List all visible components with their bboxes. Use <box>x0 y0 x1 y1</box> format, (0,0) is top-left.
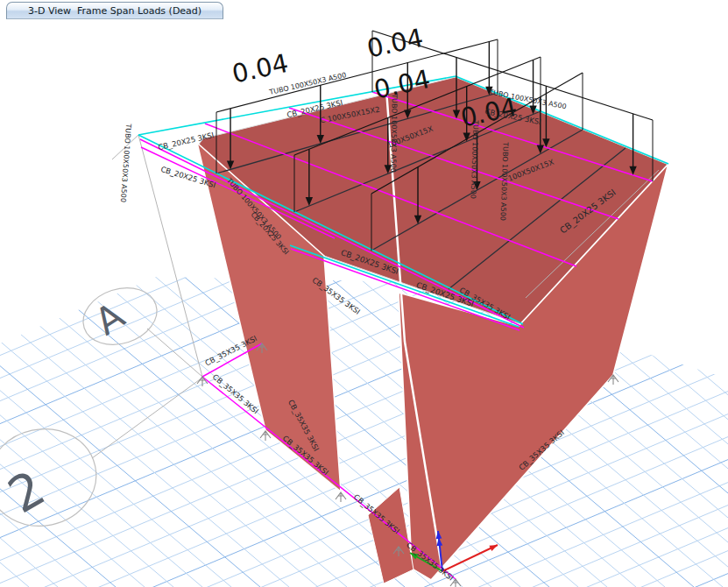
support-symbol[interactable] <box>197 377 208 386</box>
frame-wireframe[interactable] <box>147 329 202 377</box>
grid-line <box>0 457 728 587</box>
shell-walls[interactable] <box>197 77 668 583</box>
load-value-label: 0.04 <box>364 23 426 64</box>
grid-line <box>0 366 728 587</box>
frame-wireframe[interactable] <box>92 378 202 458</box>
support-symbol[interactable] <box>336 492 346 502</box>
grid-line <box>0 571 728 587</box>
axis-x-head <box>489 545 498 551</box>
bubble-letter: A <box>88 294 132 343</box>
support-symbol[interactable] <box>450 579 461 587</box>
view-tab[interactable]: 3-D View Frame Span Loads (Dead) <box>6 2 223 19</box>
frame-section-label: TUBO 100X50X3 A500 <box>389 93 399 173</box>
grid-line <box>701 175 728 587</box>
grid-line <box>0 480 728 587</box>
grid-line <box>0 435 728 587</box>
viewport-3d[interactable]: A2B0.040.040.040.04TUBO 100X50X3 A500CB_… <box>0 0 728 587</box>
grid-line <box>0 175 128 587</box>
grid-line <box>0 343 728 587</box>
frame-section-label: TUBO 100X50X3 A500 <box>119 123 132 202</box>
grid-line <box>0 503 728 587</box>
grid-line <box>0 526 728 587</box>
grid-bubble-A: A <box>76 279 165 354</box>
grid-line <box>643 175 728 587</box>
bubble-letter: 2 <box>0 459 54 524</box>
application-window: A2B0.040.040.040.04TUBO 100X50X3 A500CB_… <box>0 0 728 587</box>
wall-shell-lower[interactable] <box>368 487 413 583</box>
grid-line <box>0 175 70 587</box>
load-value-label: 0.04 <box>230 48 291 89</box>
